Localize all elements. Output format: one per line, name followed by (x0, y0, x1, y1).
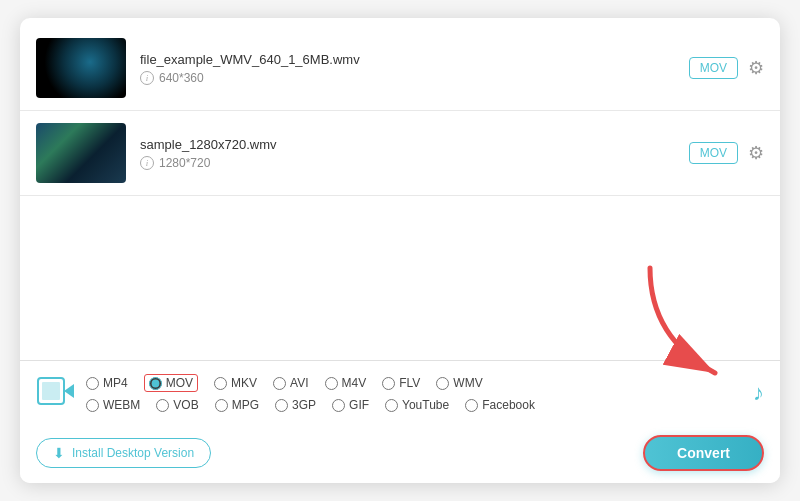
format-option-m4v[interactable]: M4V (325, 374, 367, 392)
format-label: VOB (173, 398, 198, 412)
format-label: FLV (399, 376, 420, 390)
settings-button[interactable]: ⚙ (748, 57, 764, 79)
format-label: M4V (342, 376, 367, 390)
format-label: YouTube (402, 398, 449, 412)
file-info: file_example_WMV_640_1_6MB.wmv i 640*360 (140, 52, 675, 85)
format-label: MP4 (103, 376, 128, 390)
convert-button[interactable]: Convert (643, 435, 764, 471)
install-label: Install Desktop Version (72, 446, 194, 460)
video-format-icon (36, 371, 76, 415)
file-name: sample_1280x720.wmv (140, 137, 675, 152)
file-name: file_example_WMV_640_1_6MB.wmv (140, 52, 675, 67)
download-icon: ⬇ (53, 445, 65, 461)
format-option-facebook[interactable]: Facebook (465, 398, 535, 412)
file-meta: i 640*360 (140, 71, 675, 85)
file-resolution: 640*360 (159, 71, 204, 85)
format-option-flv[interactable]: FLV (382, 374, 420, 392)
format-label: GIF (349, 398, 369, 412)
app-window: file_example_WMV_640_1_6MB.wmv i 640*360… (20, 18, 780, 483)
format-badge[interactable]: MOV (689, 57, 738, 79)
format-label: MOV (166, 376, 193, 390)
format-option-mpg[interactable]: MPG (215, 398, 259, 412)
file-meta: i 1280*720 (140, 156, 675, 170)
format-options: MP4MOVMKVAVIM4VFLVWMV WEBMVOBMPG3GPGIFYo… (36, 371, 764, 415)
format-option-youtube[interactable]: YouTube (385, 398, 449, 412)
svg-rect-2 (42, 382, 60, 400)
format-option-mp4[interactable]: MP4 (86, 374, 128, 392)
format-option-gif[interactable]: GIF (332, 398, 369, 412)
file-thumbnail (36, 123, 126, 183)
file-resolution: 1280*720 (159, 156, 210, 170)
format-label: MPG (232, 398, 259, 412)
file-list: file_example_WMV_640_1_6MB.wmv i 640*360… (20, 18, 780, 360)
file-thumbnail (36, 38, 126, 98)
format-label: WMV (453, 376, 482, 390)
settings-button[interactable]: ⚙ (748, 142, 764, 164)
format-badge[interactable]: MOV (689, 142, 738, 164)
svg-marker-1 (64, 384, 74, 398)
install-desktop-button[interactable]: ⬇ Install Desktop Version (36, 438, 211, 468)
action-bar: ⬇ Install Desktop Version Convert (20, 425, 780, 483)
info-icon: i (140, 71, 154, 85)
format-label: Facebook (482, 398, 535, 412)
format-label: MKV (231, 376, 257, 390)
file-actions: MOV ⚙ (689, 57, 764, 79)
file-info: sample_1280x720.wmv i 1280*720 (140, 137, 675, 170)
format-option-3gp[interactable]: 3GP (275, 398, 316, 412)
format-option-mov[interactable]: MOV (144, 374, 198, 392)
format-option-webm[interactable]: WEBM (86, 398, 140, 412)
info-icon: i (140, 156, 154, 170)
file-item: sample_1280x720.wmv i 1280*720 MOV ⚙ (20, 111, 780, 196)
radio-options-container: MP4MOVMKVAVIM4VFLVWMV WEBMVOBMPG3GPGIFYo… (86, 374, 745, 412)
format-option-mkv[interactable]: MKV (214, 374, 257, 392)
file-actions: MOV ⚙ (689, 142, 764, 164)
file-item: file_example_WMV_640_1_6MB.wmv i 640*360… (20, 26, 780, 111)
bottom-panel: MP4MOVMKVAVIM4VFLVWMV WEBMVOBMPG3GPGIFYo… (20, 360, 780, 425)
format-label: 3GP (292, 398, 316, 412)
format-option-vob[interactable]: VOB (156, 398, 198, 412)
format-option-avi[interactable]: AVI (273, 374, 308, 392)
format-option-wmv[interactable]: WMV (436, 374, 482, 392)
format-label: AVI (290, 376, 308, 390)
music-icon: ♪ (753, 380, 764, 406)
format-label: WEBM (103, 398, 140, 412)
